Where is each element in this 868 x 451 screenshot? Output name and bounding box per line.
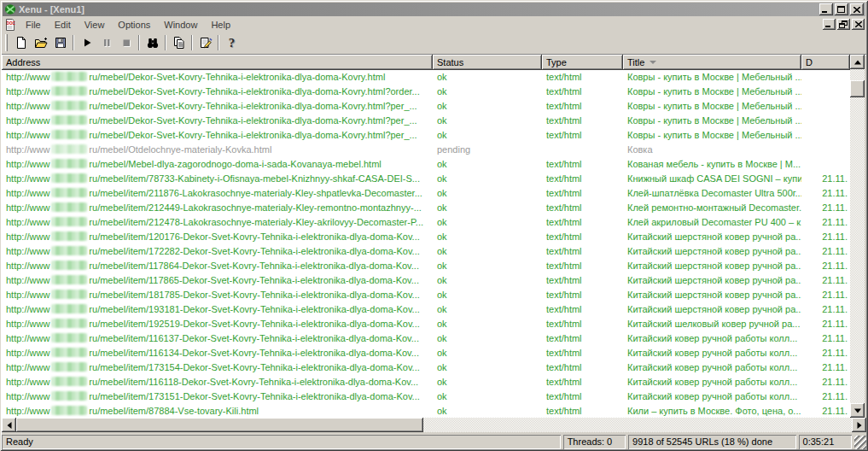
address-cell: http://wwwru/mebel/item/117865-Dekor-Sve…: [2, 273, 433, 288]
mdi-close-button[interactable]: [852, 19, 865, 30]
menu-file[interactable]: File: [19, 18, 48, 32]
mdi-minimize-button[interactable]: [823, 19, 836, 30]
vertical-scrollbar[interactable]: [850, 55, 865, 418]
type-cell: text/html: [542, 360, 623, 375]
window-title: Xenu - [Xenu1]: [19, 4, 817, 15]
toolbar-grip[interactable]: [5, 34, 8, 51]
table-row[interactable]: http://wwwru/mebel/item/116118-Dekor-Sve…: [2, 375, 850, 390]
open-file-button[interactable]: [31, 33, 50, 52]
stop-button[interactable]: [116, 33, 136, 52]
table-row[interactable]: http://wwwru/mebel/item/116134-Dekor-Sve…: [2, 346, 850, 360]
title-cell: Кили – купить в Москве. Фото, цена, о...: [623, 404, 801, 418]
table-row[interactable]: http://wwwru/mebel/item/212478-Lakokraso…: [2, 215, 850, 230]
arrow-right-icon: [857, 422, 861, 429]
status-cell: ok: [433, 273, 542, 288]
address-cell: http://wwwru/mebel/item/212478-Lakokraso…: [2, 215, 433, 230]
title-cell: Ковры - купить в Москве | Мебельный ...: [623, 70, 801, 85]
table-row[interactable]: http://wwwru/mebel/item/173154-Dekor-Sve…: [2, 360, 850, 375]
table-row[interactable]: http://wwwru/mebel/item/120176-Dekor-Sve…: [2, 230, 850, 244]
scroll-right-button[interactable]: [852, 418, 866, 432]
title-cell: Китайский ковер ручной работы колл...: [623, 375, 801, 390]
censored-domain: [51, 72, 87, 81]
column-header-address[interactable]: Address: [2, 55, 433, 70]
status-cell: ok: [433, 172, 542, 186]
pause-button[interactable]: [96, 33, 116, 52]
menu-options[interactable]: Options: [111, 18, 157, 32]
start-button[interactable]: [77, 33, 96, 52]
censored-domain: [51, 261, 87, 270]
status-message: Ready: [2, 435, 561, 449]
table-row[interactable]: http://wwwru/mebel/item/172282-Dekor-Sve…: [2, 244, 850, 259]
type-cell: text/html: [542, 114, 623, 128]
table-row[interactable]: http://wwwru/mebel/item/87884-Vse-tovary…: [2, 404, 850, 418]
find-button[interactable]: [143, 33, 162, 52]
horizontal-scrollbar[interactable]: [2, 418, 866, 432]
maximize-button[interactable]: [835, 3, 848, 15]
close-button[interactable]: [850, 3, 864, 15]
save-icon: [54, 36, 67, 50]
table-row[interactable]: http://wwwru/mebel/item/117865-Dekor-Sve…: [2, 273, 850, 288]
column-header-type[interactable]: Type: [542, 55, 623, 70]
table-row[interactable]: http://wwwru/mebel/item/116137-Dekor-Sve…: [2, 331, 850, 346]
menu-window[interactable]: Window: [157, 18, 204, 32]
maximize-icon: [837, 6, 845, 13]
address-cell: http://wwwru/mebel/item/116118-Dekor-Sve…: [2, 375, 433, 390]
table-row[interactable]: http://wwwru/mebel/Dekor-Svet-Kovry-Tehn…: [2, 128, 850, 143]
svg-text:DOC: DOC: [7, 20, 16, 25]
title-cell: Китайский шелковый ковер ручной ра...: [623, 317, 801, 331]
table-row[interactable]: http://wwwru/mebel/item/173151-Dekor-Sve…: [2, 390, 850, 404]
menu-view[interactable]: View: [78, 18, 112, 32]
status-cell: pending: [433, 143, 542, 157]
save-button[interactable]: [50, 33, 70, 52]
arrow-down-icon: [854, 408, 861, 413]
table-row[interactable]: http://wwwru/mebel/item/117864-Dekor-Sve…: [2, 259, 850, 273]
date-cell: 21.11.: [801, 186, 850, 201]
date-cell: 21.11.: [801, 404, 850, 418]
status-cell: ok: [433, 99, 542, 114]
minimize-button[interactable]: [819, 3, 833, 15]
type-cell: text/html: [542, 288, 623, 302]
table-row[interactable]: http://wwwru/mebel/item/181785-Dekor-Sve…: [2, 288, 850, 302]
scroll-up-button[interactable]: [850, 55, 865, 69]
mdi-restore-button[interactable]: [837, 19, 850, 30]
title-cell: Ковры - купить в Москве | Мебельный ...: [623, 99, 801, 114]
toolbar-separator: [191, 35, 193, 50]
column-header-title[interactable]: Title: [623, 55, 801, 70]
table-row[interactable]: http://wwwru/mebel/Dekor-Svet-Kovry-Tehn…: [2, 99, 850, 114]
table-row[interactable]: http://wwwru/mebel/Dekor-Svet-Kovry-Tehn…: [2, 114, 850, 128]
type-cell: text/html: [542, 302, 623, 317]
table-row[interactable]: http://wwwru/mebel/item/193181-Dekor-Sve…: [2, 302, 850, 317]
scroll-left-button[interactable]: [2, 418, 16, 432]
copy-button[interactable]: [169, 33, 189, 52]
table-row[interactable]: http://wwwru/mebel/item/192519-Dekor-Sve…: [2, 317, 850, 331]
new-file-button[interactable]: [11, 33, 31, 52]
table-row[interactable]: http://wwwru/mebel/item/78733-Kabinety-i…: [2, 172, 850, 186]
vertical-scroll-thumb[interactable]: [850, 80, 865, 97]
address-cell: http://wwwru/mebel/item/193181-Dekor-Sve…: [2, 302, 433, 317]
menu-edit[interactable]: Edit: [48, 18, 78, 32]
properties-icon: [199, 36, 213, 50]
table-row[interactable]: http://wwwru/mebel/Mebel-dlya-zagorodnog…: [2, 157, 850, 172]
censored-domain: [51, 188, 87, 197]
censored-domain: [51, 101, 87, 110]
horizontal-scroll-thumb[interactable]: [16, 418, 423, 432]
resize-grip[interactable]: [854, 436, 866, 449]
table-row[interactable]: http://wwwru/mebel/item/211876-Lakokraso…: [2, 186, 850, 201]
column-header-status[interactable]: Status: [433, 55, 542, 70]
address-cell: http://wwwru/mebel/item/212449-Lakokraso…: [2, 201, 433, 215]
column-header-date[interactable]: D: [801, 55, 850, 70]
help-button[interactable]: ?: [222, 33, 242, 52]
date-cell: 21.11.: [801, 230, 850, 244]
table-row[interactable]: http://wwwru/mebel/Dekor-Svet-Kovry-Tehn…: [2, 70, 850, 85]
menu-help[interactable]: Help: [204, 18, 237, 32]
address-cell: http://wwwru/mebel/item/116137-Dekor-Sve…: [2, 331, 433, 346]
table-row[interactable]: http://wwwru/mebel/Otdelochnye-materialy…: [2, 143, 850, 157]
xenu-app-icon[interactable]: [4, 3, 16, 15]
censored-domain: [51, 202, 87, 212]
properties-button[interactable]: [195, 33, 215, 52]
table-row[interactable]: http://wwwru/mebel/item/212449-Lakokraso…: [2, 201, 850, 215]
table-row[interactable]: http://wwwru/mebel/Dekor-Svet-Kovry-Tehn…: [2, 85, 850, 99]
type-cell: text/html: [542, 244, 623, 259]
document-icon[interactable]: DOC: [3, 18, 17, 32]
scroll-down-button[interactable]: [850, 403, 865, 418]
